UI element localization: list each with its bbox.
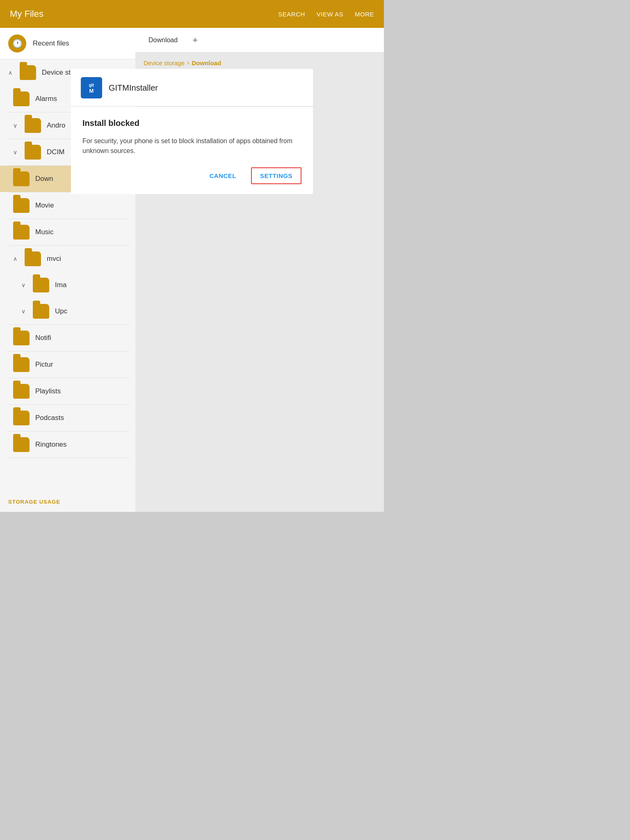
- app-title: My Files: [10, 9, 278, 19]
- view-as-action[interactable]: VIEW AS: [317, 11, 343, 18]
- settings-button[interactable]: SETTINGS: [251, 167, 301, 184]
- app-bar-actions: SEARCH VIEW AS MORE: [278, 11, 374, 18]
- search-action[interactable]: SEARCH: [278, 11, 305, 18]
- dialog-file-name: GITMInstaller: [109, 83, 158, 93]
- svg-text:M: M: [89, 88, 94, 94]
- svg-text:git: git: [89, 83, 94, 87]
- dialog-overlay: git M GITMInstaller Install blocked For …: [0, 28, 384, 512]
- dialog-message: For security, your phone is set to block…: [82, 136, 301, 156]
- main-layout: 🕐 Recent files ∧ Device storage Alarms ∨…: [0, 28, 384, 512]
- more-action[interactable]: MORE: [355, 11, 374, 18]
- dialog-wrapper: git M GITMInstaller Install blocked For …: [71, 69, 313, 194]
- cancel-button[interactable]: CANCEL: [201, 167, 244, 184]
- install-blocked-dialog: Install blocked For security, your phone…: [71, 107, 313, 194]
- dialog-title: Install blocked: [82, 119, 301, 128]
- dialog-file-header: git M GITMInstaller: [71, 69, 313, 106]
- dialog-actions: CANCEL SETTINGS: [82, 167, 301, 184]
- dialog-file-icon: git M: [81, 77, 102, 98]
- app-bar: My Files SEARCH VIEW AS MORE: [0, 0, 384, 28]
